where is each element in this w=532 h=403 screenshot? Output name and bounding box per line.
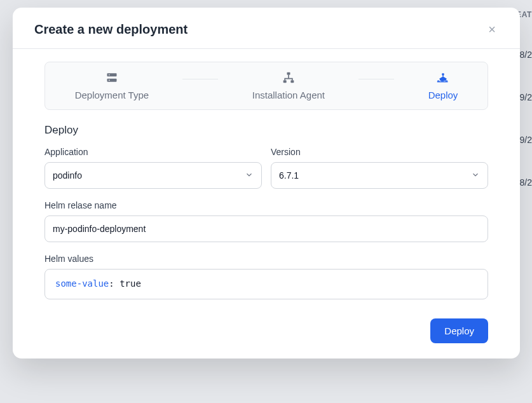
- sitemap-icon: [282, 71, 295, 86]
- svg-rect-5: [283, 80, 287, 83]
- chevron-down-icon: [471, 170, 480, 181]
- step-deployment-type[interactable]: Deployment Type: [75, 71, 149, 100]
- modal-header: Create a new deployment ×: [13, 8, 520, 49]
- chevron-down-icon: [245, 170, 254, 181]
- application-value: podinfo: [53, 170, 82, 181]
- server-icon: [106, 71, 118, 86]
- step-label: Deploy: [428, 90, 458, 100]
- application-label: Application: [44, 147, 262, 157]
- release-name-label: Helm relase name: [44, 200, 488, 210]
- yaml-rest: : true: [109, 278, 141, 289]
- helm-values-editor[interactable]: some-value: true: [44, 269, 488, 299]
- section-title: Deploy: [44, 124, 488, 137]
- svg-rect-7: [442, 73, 444, 75]
- svg-rect-4: [287, 72, 290, 75]
- step-installation-agent[interactable]: Installation Agent: [252, 71, 325, 100]
- modal-footer: Deploy: [13, 318, 520, 343]
- ship-icon: [437, 71, 449, 86]
- svg-rect-6: [290, 80, 294, 83]
- close-button[interactable]: ×: [486, 20, 498, 38]
- close-icon: ×: [488, 22, 496, 36]
- svg-point-2: [109, 74, 110, 76]
- bg-row-fragment: 8/2: [520, 177, 532, 188]
- step-separator: [182, 79, 218, 79]
- helm-values-label: Helm values: [44, 254, 488, 264]
- bg-row-fragment: 8/2: [520, 50, 532, 60]
- bg-row-fragment: 9/2: [520, 135, 532, 145]
- version-label: Version: [271, 147, 488, 157]
- version-value: 6.7.1: [279, 170, 299, 181]
- application-select[interactable]: podinfo: [44, 162, 262, 189]
- modal-title: Create a new deployment: [34, 22, 188, 37]
- step-deploy[interactable]: Deploy: [428, 71, 458, 100]
- create-deployment-modal: Create a new deployment × Deployment Typ…: [13, 8, 520, 359]
- modal-body: Deployment Type Installation Agent Deplo…: [13, 49, 520, 299]
- stepper: Deployment Type Installation Agent Deplo…: [44, 62, 488, 110]
- step-separator: [358, 79, 394, 79]
- svg-rect-0: [107, 73, 116, 76]
- yaml-key: some-value: [55, 278, 109, 289]
- step-label: Deployment Type: [75, 90, 149, 100]
- version-select[interactable]: 6.7.1: [271, 162, 488, 189]
- release-name-input[interactable]: [44, 215, 488, 242]
- svg-rect-1: [107, 79, 116, 82]
- bg-row-fragment: 9/2: [520, 92, 532, 102]
- deploy-button[interactable]: Deploy: [430, 318, 488, 343]
- svg-point-3: [109, 79, 110, 81]
- step-label: Installation Agent: [252, 90, 325, 100]
